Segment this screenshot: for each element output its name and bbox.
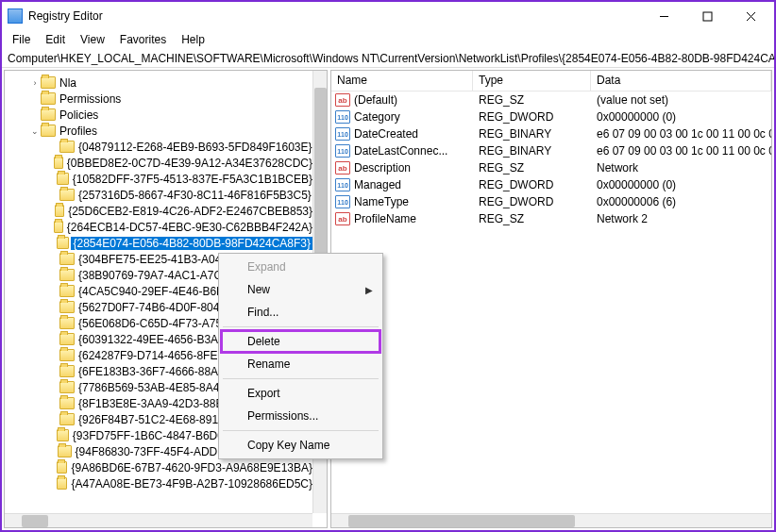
folder-icon [59, 397, 75, 409]
ctx-delete[interactable]: Delete [221, 330, 380, 353]
value-row[interactable]: DateLastConnec...REG_BINARYe6 07 09 00 0… [331, 142, 771, 159]
string-value-icon [335, 212, 350, 225]
menu-edit[interactable]: Edit [39, 31, 72, 48]
ctx-rename-label: Rename [247, 357, 290, 371]
value-row[interactable]: DescriptionREG_SZNetwork [331, 159, 771, 176]
folder-icon [41, 92, 56, 105]
close-button[interactable] [729, 3, 772, 29]
scrollbar-thumb[interactable] [348, 515, 575, 527]
value-type: REG_SZ [473, 93, 591, 107]
folder-icon [57, 173, 69, 185]
tree-item[interactable]: Policies [5, 107, 312, 123]
ctx-export[interactable]: Export [221, 382, 380, 405]
tree-item[interactable]: {0BBED8E2-0C7D-4E39-9A12-A34E37628CDC} [5, 155, 312, 171]
ctx-expand-label: Expand [247, 260, 286, 274]
scrollbar-thumb[interactable] [22, 515, 48, 527]
tree-item-label: {60391322-49EE-4656-B3A6 [78, 333, 225, 346]
tree-item[interactable]: {10582DFF-37F5-4513-837E-F5A3C1B1BCEB} [5, 171, 312, 187]
folder-icon [41, 125, 56, 137]
menu-view[interactable]: View [74, 31, 111, 48]
folder-icon [54, 157, 62, 169]
value-name: NameType [354, 195, 409, 208]
ctx-permissions[interactable]: Permissions... [221, 405, 380, 427]
tree-item[interactable]: {9A86BD6E-67B7-4620-9FD3-A9A68E9E13BA} [5, 459, 312, 475]
tree-item-label: {2854E074-E056-4B82-80DB-98FD424CA8F3} [73, 237, 312, 250]
menu-favorites[interactable]: Favorites [113, 31, 173, 48]
titlebar: Registry Editor [2, 2, 774, 30]
minimize-button[interactable] [642, 3, 685, 29]
tree-item[interactable]: Permissions [5, 91, 312, 107]
tree-item[interactable]: {04879112-E268-4EB9-B693-5FD849F1603E} [5, 139, 312, 155]
context-menu: Expand New ▶ Find... Delete Rename Expor… [218, 253, 383, 459]
value-row[interactable]: CategoryREG_DWORD0x00000000 (0) [331, 108, 771, 125]
column-header-data[interactable]: Data [591, 71, 771, 91]
folder-icon [58, 445, 71, 457]
value-data: Network 2 [591, 212, 771, 225]
ctx-find-label: Find... [247, 306, 278, 319]
string-value-icon [335, 93, 350, 107]
folder-icon [59, 269, 75, 281]
value-row[interactable]: ManagedREG_DWORD0x00000000 (0) [331, 176, 771, 193]
chevron-right-icon[interactable]: › [29, 78, 41, 88]
tree-item[interactable]: {264ECB14-DC57-4EBC-9E30-C62BBB4F242A} [5, 219, 312, 235]
folder-icon [59, 189, 75, 201]
chevron-down-icon[interactable]: ⌄ [29, 126, 41, 136]
tree-horizontal-scrollbar[interactable] [5, 513, 312, 527]
values-header: Name Type Data [331, 71, 771, 91]
column-header-name[interactable]: Name [331, 71, 473, 91]
maximize-icon [702, 11, 713, 22]
value-name: (Default) [354, 93, 397, 107]
folder-icon [59, 317, 75, 329]
menu-file[interactable]: File [6, 31, 37, 48]
tree-item[interactable]: {257316D5-8667-4F30-8C11-46F816F5B3C5} [5, 187, 312, 203]
tree-item-label: {5627D0F7-74B6-4D0F-8043 [78, 301, 226, 314]
ctx-copy-key-name[interactable]: Copy Key Name [221, 434, 380, 457]
ctx-expand: Expand [221, 256, 380, 278]
ctx-delete-label: Delete [247, 335, 280, 348]
tree-item[interactable]: {A47AA08E-BE73-4F9B-A2B7-10928686ED5C} [5, 475, 312, 491]
value-row[interactable]: NameTypeREG_DWORD0x00000006 (6) [331, 193, 771, 210]
value-name: DateLastConnec... [354, 144, 447, 158]
folder-icon [59, 365, 75, 377]
value-data: 0x00000000 (0) [591, 178, 771, 191]
menubar: File Edit View Favorites Help [2, 30, 774, 49]
value-row[interactable]: DateCreatedREG_BINARYe6 07 09 00 03 00 1… [331, 125, 771, 142]
folder-icon [55, 205, 64, 217]
values-list: (Default)REG_SZ(value not set)CategoryRE… [331, 91, 771, 227]
value-row[interactable]: ProfileNameREG_SZNetwork 2 [331, 210, 771, 227]
close-icon [746, 11, 756, 22]
ctx-new[interactable]: New ▶ [221, 278, 380, 301]
tree-item-label: {10582DFF-37F5-4513-837E-F5A3C1B1BCEB} [73, 173, 312, 186]
tree-item[interactable]: {25D6CEB2-E819-4C26-ADF2-E2467CBEB853} [5, 203, 312, 219]
binary-value-icon [335, 195, 350, 208]
tree-item-label: {56E068D6-C65D-4F73-A75 [78, 317, 222, 330]
tree-item-label: {264ECB14-DC57-4EBC-9E30-C62BBB4F242A} [67, 221, 312, 234]
tree-item[interactable]: ⌄Profiles [5, 123, 312, 139]
values-horizontal-scrollbar[interactable] [331, 513, 771, 527]
value-row[interactable]: (Default)REG_SZ(value not set) [331, 91, 771, 108]
maximize-button[interactable] [685, 3, 729, 29]
svg-rect-1 [703, 12, 712, 21]
address-bar[interactable]: Computer\HKEY_LOCAL_MACHINE\SOFTWARE\Mic… [2, 49, 774, 68]
ctx-copy-key-name-label: Copy Key Name [247, 439, 329, 452]
folder-icon [59, 413, 75, 425]
tree-item[interactable]: ›Nla [5, 75, 312, 91]
value-name: Managed [354, 178, 401, 191]
window-title: Registry Editor [28, 9, 103, 23]
ctx-permissions-label: Permissions... [247, 409, 318, 423]
menu-help[interactable]: Help [175, 31, 211, 48]
column-header-type[interactable]: Type [473, 71, 591, 91]
tree-item-label: {04879112-E268-4EB9-B693-5FD849F1603E} [78, 141, 312, 154]
ctx-find[interactable]: Find... [221, 301, 380, 324]
tree-item[interactable]: {2854E074-E056-4B82-80DB-98FD424CA8F3} [5, 235, 312, 251]
folder-icon [54, 221, 62, 233]
value-type: REG_BINARY [473, 127, 591, 141]
tree-item-label: {7786B569-53AB-4E85-8A4B [78, 381, 227, 394]
value-name: Category [354, 110, 400, 124]
chevron-right-icon: ▶ [365, 285, 373, 295]
ctx-new-label: New [247, 283, 270, 296]
ctx-rename[interactable]: Rename [221, 353, 380, 375]
value-type: REG_DWORD [473, 195, 591, 208]
value-name: DateCreated [354, 127, 418, 141]
minimize-icon [659, 11, 669, 22]
